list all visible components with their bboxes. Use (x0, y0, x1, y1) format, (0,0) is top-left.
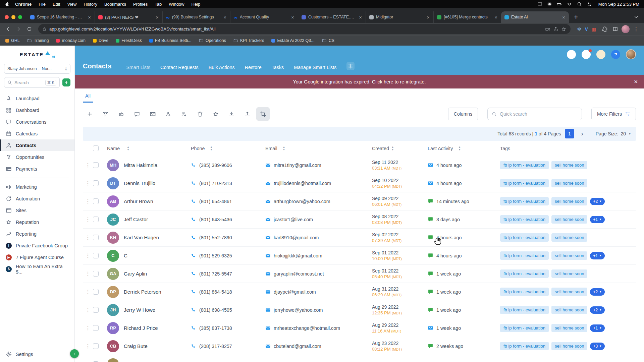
browser-tab-3-partners[interactable]: (3) PARTNERS ❤× (95, 11, 162, 23)
row-checkbox[interactable] (93, 253, 99, 258)
sidebar-item-settings[interactable]: Settings (0, 347, 74, 362)
contact-row[interactable]: ⋮CBCraig Bute(208) 317-8257cbuteland@gma… (83, 337, 636, 355)
forward-button[interactable] (14, 25, 23, 34)
filter-button[interactable] (99, 107, 112, 121)
close-window-button[interactable] (5, 15, 9, 19)
row-menu-icon[interactable]: ⋮ (85, 216, 91, 223)
header-nav-tasks[interactable]: Tasks (272, 65, 284, 70)
row-checkbox[interactable] (93, 198, 99, 204)
banner-close-icon[interactable]: ✕ (634, 79, 638, 85)
tag-pill[interactable]: fb lp form - evaluation (500, 306, 549, 314)
bookmark-training[interactable]: Training (27, 38, 49, 43)
bookmark-kpi-trackers[interactable]: KPI Trackers (233, 38, 264, 43)
page-1-button[interactable]: 1 (565, 129, 574, 138)
import-contacts-button[interactable] (162, 107, 175, 121)
select-all-checkbox[interactable] (93, 145, 99, 151)
row-checkbox[interactable] (93, 307, 99, 313)
bookmark-drive[interactable]: Drive (93, 38, 108, 43)
sidebar-item-launchpad[interactable]: Launchpad (0, 93, 74, 104)
row-checkbox[interactable] (93, 162, 99, 168)
tag-pill[interactable]: fb lp form - evaluation (500, 233, 549, 242)
extra-tags-pill[interactable]: +2 ▼ (590, 288, 605, 296)
tag-pill[interactable]: sell home soon (551, 197, 587, 205)
user-avatar[interactable] (626, 49, 636, 59)
tag-pill[interactable]: sell home soon (551, 269, 587, 278)
smart-lists-settings-gear[interactable] (346, 62, 355, 70)
grid-extension-icon[interactable]: ▦ (592, 26, 596, 32)
header-nav-smart-lists[interactable]: Smart Lists (126, 65, 151, 70)
apple-icon[interactable] (5, 2, 10, 7)
tag-pill[interactable]: fb lp form - evaluation (500, 215, 549, 224)
bookmark-estate-ai-2022-q3[interactable]: Estate Ai 2022 Q3... (271, 38, 314, 43)
add-contact-button[interactable] (83, 107, 96, 121)
contact-row[interactable]: ⋮JHJerry W Howe(801) 698-4505jerryhowe@y… (83, 301, 636, 319)
row-checkbox[interactable] (93, 343, 99, 349)
reload-button[interactable] (25, 25, 34, 34)
sidebar-search-input[interactable]: Search ⌘ K (4, 77, 60, 88)
extra-tags-pill[interactable]: +1 ▼ (590, 216, 605, 223)
quick-search-box[interactable] (487, 108, 582, 120)
contact-row[interactable]: ⋮Aug 22 2022 (83, 355, 636, 362)
sort-icon[interactable]: ▲▼ (458, 146, 461, 151)
row-menu-icon[interactable]: ⋮ (85, 325, 91, 331)
menubar-item-help[interactable]: Help (192, 2, 201, 7)
tab-close-icon[interactable]: × (290, 14, 295, 20)
tag-pill[interactable]: fb lp form - evaluation (500, 342, 549, 350)
header-circle-icon-1[interactable] (567, 50, 576, 59)
ai-assistant-button[interactable] (62, 78, 70, 86)
header-nav-restore[interactable]: Restore (245, 65, 262, 70)
menubar-item-edit[interactable]: Edit (53, 2, 60, 7)
browser-tab-account-quality[interactable]: ∞Account Quality× (230, 11, 298, 23)
browser-tab-midigator[interactable]: Midigator× (366, 11, 433, 23)
row-menu-icon[interactable]: ⋮ (85, 270, 91, 277)
tag-pill[interactable]: sell home soon (551, 251, 587, 260)
row-menu-icon[interactable]: ⋮ (85, 162, 91, 168)
tag-pill[interactable]: fb lp form - evaluation (500, 251, 549, 260)
help-button[interactable]: ? (611, 50, 620, 59)
sort-icon[interactable]: ▲▼ (283, 146, 285, 151)
v-extension-icon[interactable]: V (585, 26, 588, 32)
notifications-icon[interactable] (582, 50, 591, 59)
tab-close-icon[interactable]: × (358, 14, 363, 20)
minimize-window-button[interactable] (11, 15, 15, 19)
sort-icon[interactable]: ▲▼ (210, 146, 212, 151)
tab-all[interactable]: All (83, 93, 93, 103)
menubar-item-tab[interactable]: Tab (155, 2, 162, 7)
media-camera-icon[interactable] (545, 26, 550, 32)
bookmark-cs[interactable]: CS (322, 38, 334, 43)
tab-close-icon[interactable]: × (426, 14, 431, 20)
row-menu-icon[interactable]: ⋮ (85, 343, 91, 349)
tag-pill[interactable]: fb lp form - evaluation (500, 324, 549, 332)
sidebar-item-reputation[interactable]: Reputation (0, 216, 74, 228)
row-checkbox[interactable] (93, 235, 99, 240)
row-checkbox[interactable] (93, 289, 99, 295)
menubar-item-view[interactable]: View (67, 2, 76, 7)
column-header-name[interactable]: Name (107, 146, 120, 151)
tag-pill[interactable]: fb lp form - evaluation (500, 288, 549, 296)
sidebar-item-conversations[interactable]: Conversations (0, 116, 74, 128)
send-email-button[interactable] (146, 107, 159, 121)
columns-button[interactable]: Columns (448, 108, 478, 120)
header-nav-contact-requests[interactable]: Contact Requests (160, 65, 199, 70)
row-checkbox[interactable] (93, 325, 99, 331)
extra-tags-pill[interactable]: +2 ▼ (590, 306, 605, 314)
browser-menu-icon[interactable]: ⋮ (632, 26, 641, 32)
extra-tags-pill[interactable]: +1 ▼ (590, 324, 605, 332)
column-header-last-activity[interactable]: Last Activity (428, 146, 453, 151)
puzzle-extensions-icon[interactable] (600, 25, 609, 34)
browser-profile-avatar[interactable] (622, 25, 630, 33)
menubar-item-chrome[interactable]: Chrome (15, 2, 32, 7)
sort-icon[interactable]: ▲▼ (127, 146, 129, 151)
header-nav-bulk-actions[interactable]: Bulk Actions (209, 65, 235, 70)
sidebar-item-facebook-group[interactable]: fPrivate Facebook Group (0, 240, 74, 251)
sidebar-collapse-button[interactable] (70, 349, 79, 358)
browser-tab-99-business-settings[interactable]: ∞(99) Business Settings× (162, 11, 230, 23)
page-size-select[interactable]: Page Size: 20 ▼ (596, 131, 631, 136)
bookmark-ghl[interactable]: GHL (5, 38, 20, 43)
merge-button[interactable] (256, 107, 270, 121)
delete-button[interactable] (193, 107, 207, 121)
add-to-favorites-button[interactable] (209, 107, 222, 121)
column-header-created[interactable]: Created (372, 146, 389, 151)
sidebar-item-dashboard[interactable]: Dashboard (0, 104, 74, 116)
row-menu-icon[interactable]: ⋮ (85, 180, 91, 186)
